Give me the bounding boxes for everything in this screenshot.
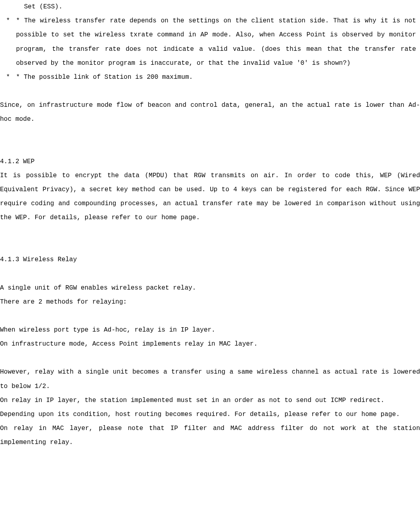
section-heading-wep: 4.1.2 WEP	[0, 155, 420, 169]
bullet-item: * * The possible link of Station is 200 …	[0, 70, 420, 84]
paragraph-infra-rate: Since, on infrastructure mode flow of be…	[0, 98, 420, 126]
bullet-marker: *	[0, 14, 16, 70]
bullet-fragment: Set (ESS).	[24, 0, 420, 14]
relay-intro1: A single unit of RGW enables wireless pa…	[0, 281, 420, 295]
relay-note4: On relay in MAC layer, please note that …	[0, 422, 420, 450]
relay-note2: On relay in IP layer, the station implem…	[0, 394, 420, 408]
section-body-wep: It is possible to encrypt the data (MPDU…	[0, 169, 420, 225]
relay-note1: However, relay with a single unit become…	[0, 365, 420, 393]
bullet-text: * The possible link of Station is 200 ma…	[16, 70, 420, 84]
relay-intro2: There are 2 methods for relaying:	[0, 295, 420, 309]
section-heading-relay: 4.1.3 Wireless Relay	[0, 253, 420, 267]
bullet-marker: *	[0, 70, 16, 84]
bullet-text: * The wireless transfer rate depends on …	[16, 14, 420, 70]
relay-method2: On infrastructure mode, Access Point imp…	[0, 337, 420, 351]
relay-method1: When wireless port type is Ad-hoc, relay…	[0, 323, 420, 337]
relay-note3: Depending upon its condition, host routi…	[0, 408, 420, 422]
bullet-item: * * The wireless transfer rate depends o…	[0, 14, 420, 70]
